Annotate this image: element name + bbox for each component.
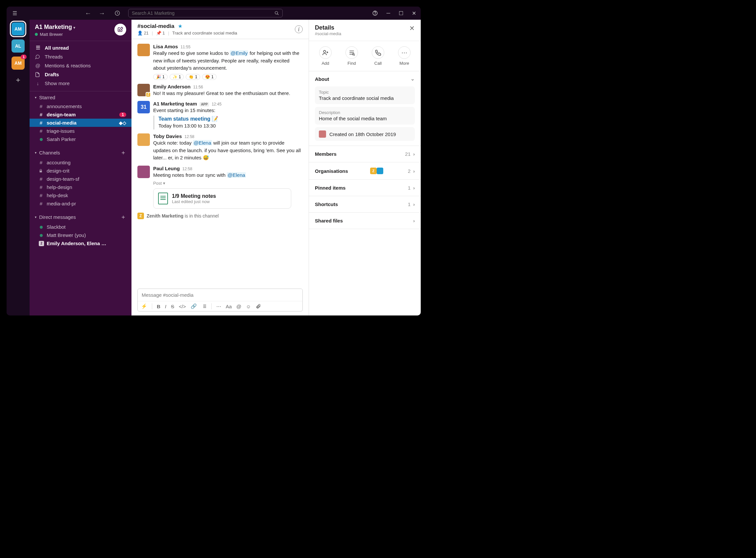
dm-slackbot[interactable]: Slackbot <box>30 223 131 231</box>
mention[interactable]: @Elena <box>193 140 212 146</box>
section-channels[interactable]: ▾Channels＋ <box>30 147 131 158</box>
avatar[interactable] <box>137 166 150 178</box>
shortcuts-row[interactable]: Shortcuts1› <box>309 196 421 212</box>
message-author[interactable]: Emily Anderson <box>153 84 191 90</box>
emoji-button[interactable]: ☺ <box>246 304 251 309</box>
message-author[interactable]: Paul Leung <box>153 166 180 171</box>
more-formatting-button[interactable]: ⋯ <box>216 303 221 309</box>
dm-sarah-parker[interactable]: Sarah Parker <box>30 135 131 143</box>
section-starred[interactable]: ▾Starred <box>30 93 131 102</box>
section-dms[interactable]: ▾Direct messages＋ <box>30 211 131 223</box>
workspace-switcher[interactable]: AL <box>11 40 25 53</box>
channel-title[interactable]: #social-media <box>137 23 174 29</box>
post-subtitle: Last edited just now <box>172 199 216 204</box>
channel-media-and-pr[interactable]: #media-and-pr <box>30 200 131 208</box>
find-button[interactable]: Find <box>346 46 358 66</box>
members-row[interactable]: Members21› <box>309 146 421 162</box>
about-toggle[interactable]: About⌄ <box>309 71 421 86</box>
creator-avatar[interactable] <box>319 130 326 138</box>
strike-button[interactable]: S <box>171 304 174 309</box>
channel-social-media[interactable]: #social-media◆◇ <box>30 119 131 127</box>
avatar[interactable]: 31 <box>137 101 150 113</box>
workspace-switcher[interactable]: AM <box>11 22 25 35</box>
avatar[interactable]: Z <box>137 84 150 96</box>
compose-button[interactable] <box>115 24 126 35</box>
post-attachment[interactable]: 1/9 Meeting notes Last edited just now <box>153 188 291 209</box>
mention-button[interactable]: @ <box>236 304 241 309</box>
forward-button[interactable]: → <box>96 8 108 18</box>
post-type-label[interactable]: Post ▾ <box>153 181 303 186</box>
channel-help-design[interactable]: #help-design <box>30 183 131 191</box>
attach-button[interactable] <box>256 304 261 309</box>
channel-design-team-sf[interactable]: #design-team-sf <box>30 175 131 183</box>
organisations-row[interactable]: OrganisationsZ2› <box>309 162 421 180</box>
pins-icon[interactable]: 📌 1 <box>156 30 165 35</box>
call-button[interactable]: Call <box>372 46 384 66</box>
avatar[interactable] <box>137 133 150 146</box>
maximize-button[interactable]: ☐ <box>397 9 405 18</box>
members-icon[interactable]: 👤 21 <box>137 30 149 35</box>
nav-drafts[interactable]: Drafts <box>30 70 131 79</box>
star-icon[interactable]: ★ <box>178 23 182 29</box>
search-box[interactable] <box>128 9 283 18</box>
event-attachment[interactable]: Team status meeting 📝 Today from 13:00 t… <box>153 116 303 130</box>
reaction[interactable]: 🎉1 <box>153 74 168 80</box>
user-presence[interactable]: Matt Brewer <box>35 32 75 37</box>
link-button[interactable]: 🔗 <box>191 303 197 309</box>
channel-triage-issues[interactable]: #triage-issues <box>30 127 131 135</box>
workspace-menu[interactable]: A1 Marketing▾ <box>35 24 75 30</box>
dm-group[interactable]: 2Emily Anderson, Elena … <box>30 239 131 248</box>
help-icon[interactable] <box>370 9 380 18</box>
description-card[interactable]: DescriptionHome of the social media team <box>315 107 415 125</box>
reaction[interactable]: ✨1 <box>170 74 184 80</box>
channel-design-crit[interactable]: design-crit <box>30 167 131 175</box>
reaction[interactable]: 👏1 <box>186 74 200 80</box>
menu-icon[interactable]: ☰ <box>9 8 20 18</box>
message-author[interactable]: Lisa Amos <box>153 44 178 49</box>
shared-files-row[interactable]: Shared files› <box>309 212 421 229</box>
info-icon[interactable]: i <box>295 25 303 33</box>
channel-help-desk[interactable]: #help-desk <box>30 191 131 200</box>
dm-self[interactable]: Matt Brewer (you) <box>30 231 131 239</box>
channel-topic[interactable]: Track and coordinate social media <box>172 30 237 35</box>
channel-accounting[interactable]: #accounting <box>30 158 131 167</box>
close-details-button[interactable]: ✕ <box>409 24 415 32</box>
channel-name: announcements <box>47 103 82 109</box>
bold-button[interactable]: B <box>157 304 160 309</box>
channel-announcements[interactable]: #announcements <box>30 102 131 110</box>
topic-card[interactable]: TopicTrack and coordinate social media <box>315 86 415 104</box>
close-button[interactable]: ✕ <box>410 9 418 18</box>
add-workspace-button[interactable]: ＋ <box>15 75 22 85</box>
hash-icon: # <box>39 120 43 126</box>
mention[interactable]: @Emily <box>230 50 248 56</box>
nav-mentions[interactable]: @Mentions & reactions <box>30 61 131 70</box>
message-author[interactable]: A1 Marketing team <box>153 101 197 106</box>
avatar[interactable] <box>137 44 150 56</box>
sidebar-header: A1 Marketing▾ Matt Brewer <box>30 20 131 41</box>
reaction[interactable]: 😍1 <box>202 74 217 80</box>
mention[interactable]: @Elena <box>227 172 246 178</box>
nav-all-unread[interactable]: ☰All unread <box>30 43 131 52</box>
italic-button[interactable]: I <box>165 304 166 309</box>
composer-input[interactable] <box>138 289 302 301</box>
nav-show-more[interactable]: ↓Show more <box>30 79 131 88</box>
minimize-button[interactable]: ─ <box>384 9 392 18</box>
text-format-button[interactable]: Aa <box>226 304 232 309</box>
code-button[interactable]: </> <box>179 304 186 309</box>
pinned-row[interactable]: Pinned items1› <box>309 180 421 196</box>
add-dm-button[interactable]: ＋ <box>120 213 126 221</box>
back-button[interactable]: ← <box>82 8 94 18</box>
lightning-icon[interactable]: ⚡ <box>141 303 147 309</box>
channel-design-team[interactable]: #design-team1 <box>30 110 131 119</box>
add-channel-button[interactable]: ＋ <box>120 149 126 156</box>
nav-threads[interactable]: Threads <box>30 52 131 61</box>
add-people-button[interactable]: Add <box>319 46 332 66</box>
row-label: Organisations <box>315 168 348 174</box>
dm-name: Matt Brewer (you) <box>47 232 86 238</box>
history-icon[interactable] <box>112 9 123 18</box>
message-author[interactable]: Toby Davies <box>153 133 182 139</box>
workspace-switcher[interactable]: AM1 <box>11 56 25 70</box>
list-button[interactable] <box>201 304 207 309</box>
search-input[interactable] <box>132 10 274 16</box>
more-button[interactable]: ⋯More <box>398 46 410 66</box>
